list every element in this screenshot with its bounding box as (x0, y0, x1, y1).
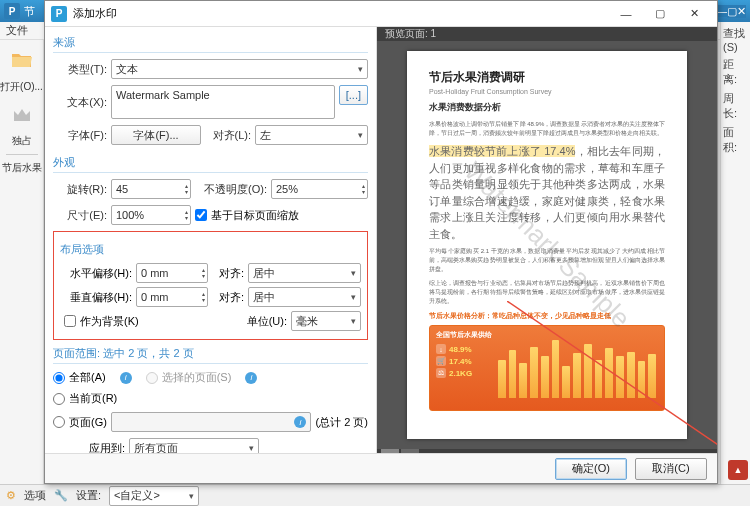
info-icon[interactable]: i (120, 372, 132, 384)
status-settings-combo[interactable]: <自定义> (109, 486, 199, 506)
type-label: 类型(T): (53, 62, 107, 77)
para-1: 水果价格波动上调带动节后销量下降 48.9%，调查数据显示消费者对水果的关注度整… (429, 120, 665, 138)
outer-close-icon[interactable]: ✕ (737, 5, 746, 18)
layout-header: 布局选项 (60, 238, 361, 259)
dialog-footer: 确定(O) 取消(C) (45, 453, 717, 483)
chart-box: 全国节后水果供给 ↓48.9% 🛒17.4% ⚖2.1KG (429, 325, 665, 411)
type-combo[interactable]: 文本 (111, 59, 368, 79)
outer-statusbar: ⚙ 选项 🔧 设置: <自定义> (0, 484, 750, 506)
dialog-titlebar: P 添加水印 — ▢ ✕ (45, 1, 717, 27)
preview-pane: 预览页面: 1 节后水果消费调研 Post-Holiday Fruit Cons… (377, 27, 717, 453)
wrench-icon[interactable]: 🔧 (54, 489, 68, 502)
para-4: 综上论，调查报告与行业动态，估算具对市场节后趋势预判机高，近双水果销售价下周也将… (429, 279, 665, 306)
hoff-label: 水平偏移(H): (60, 266, 132, 281)
source-header: 来源 (53, 31, 368, 53)
rotate-label: 旋转(R): (53, 182, 107, 197)
outer-left-toolbar: 打开(O)... 独占 节后水果 (0, 40, 44, 484)
appearance-header: 外观 (53, 151, 368, 173)
range-current-radio[interactable]: 当前页(R) (53, 391, 117, 406)
opacity-spinner[interactable]: 25% (271, 179, 368, 199)
apply-label: 应用到: (53, 441, 125, 454)
voff-label: 垂直偏移(H): (60, 290, 132, 305)
dialog-min-icon[interactable]: — (609, 4, 643, 24)
settings-pane: 来源 类型(T): 文本 文本(X): Watermark Sample [..… (45, 27, 377, 453)
range-header: 页面范围: 选中 2 页，共 2 页 (53, 342, 368, 364)
range-pages-input[interactable]: i (111, 412, 312, 432)
outer-right-panel: 查找(S) 距离: 周长: 面积: ▲ (720, 22, 750, 484)
ok-button[interactable]: 确定(O) (555, 458, 627, 480)
scale-spinner[interactable]: 100% (111, 205, 191, 225)
chart-bars (496, 330, 658, 406)
exclusive-label: 独占 (12, 134, 32, 148)
gear-icon[interactable]: ⚙ (6, 489, 16, 502)
scale-label: 尺寸(E): (53, 208, 107, 223)
hoff-align-combo[interactable]: 居中 (248, 263, 361, 283)
info-icon[interactable]: i (245, 372, 257, 384)
hoff-spinner[interactable]: 0 mm (136, 263, 208, 283)
para-2: 水果消费较节前上涨了 17.4%，相比去年同期，人们更加重视多样化食物的需求，草… (429, 143, 665, 242)
as-background-checkbox[interactable]: 作为背景(K) (64, 314, 139, 329)
crown-icon[interactable] (8, 100, 36, 128)
dialog-icon: P (51, 6, 67, 22)
font-label: 字体(F): (53, 128, 107, 143)
opacity-label: 不透明度(O): (195, 182, 267, 197)
rotate-spinner[interactable]: 45 (111, 179, 191, 199)
range-selected-radio[interactable]: 选择的页面(S) (146, 370, 232, 385)
layout-group: 布局选项 水平偏移(H): 0 mm 对齐: 居中 垂直偏移(H): 0 mm … (53, 231, 368, 340)
preview-area: 节后水果消费调研 Post-Holiday Fruit Consumption … (377, 41, 717, 449)
doc-h3: 水果消费数据分析 (429, 101, 665, 114)
cancel-button[interactable]: 取消(C) (635, 458, 707, 480)
voff-spinner[interactable]: 0 mm (136, 287, 208, 307)
status-settings-label: 设置: (76, 488, 101, 503)
right-area: 面积: (723, 125, 748, 155)
dialog-close-icon[interactable]: ✕ (677, 4, 711, 24)
doc-subtitle: Post-Holiday Fruit Consumption Survey (429, 88, 665, 95)
orange-headline: 节后水果价格分析：常吃品种总体不变，少见品种略显走低 (429, 311, 665, 321)
align-combo[interactable]: 左 (255, 125, 368, 145)
doc-title: 节后水果消费调研 (429, 69, 665, 86)
right-perimeter: 周长: (723, 91, 748, 121)
status-options[interactable]: 选项 (24, 488, 46, 503)
open-folder-icon[interactable] (8, 46, 36, 74)
doc-tab[interactable]: 节后水果 (2, 161, 42, 175)
align-label: 对齐(L): (205, 128, 251, 143)
apply-combo[interactable]: 所有页面 (129, 438, 259, 453)
font-button[interactable]: 字体(F)... (111, 125, 201, 145)
right-distance: 距离: (723, 57, 748, 87)
dialog-max-icon[interactable]: ▢ (643, 4, 677, 24)
range-total: (总计 2 页) (315, 415, 368, 430)
stat-down-icon: ↓ (436, 344, 446, 354)
preview-header: 预览页面: 1 (377, 27, 717, 41)
stat-cart-icon: 🛒 (436, 356, 446, 366)
open-label[interactable]: 打开(O)... (0, 80, 43, 94)
voff-align-label: 对齐: (212, 290, 244, 305)
pdf-badge-icon[interactable]: ▲ (728, 460, 748, 480)
dialog-title: 添加水印 (73, 6, 117, 21)
scale-relative-checkbox[interactable]: 基于目标页面缩放 (195, 208, 299, 223)
para-3: 平均每个家庭购买 2.1 千克的水果，数据取消费量平均后发现其减少了大约四成相比… (429, 247, 665, 274)
outer-max-icon[interactable]: ▢ (727, 5, 737, 18)
watermark-dialog: P 添加水印 — ▢ ✕ 来源 类型(T): 文本 文本(X): Waterma… (44, 0, 718, 484)
app-window: P 节 — ▢ ✕ 文件 打开(O)... 独占 节后水果 查找(S) 距离: … (0, 0, 750, 506)
range-pages-radio[interactable]: 页面(G) (53, 415, 107, 430)
text-input[interactable]: Watermark Sample (111, 85, 335, 119)
text-label: 文本(X): (53, 95, 107, 110)
right-find[interactable]: 查找(S) (723, 26, 748, 53)
unit-combo[interactable]: 毫米 (291, 311, 361, 331)
preview-page: 节后水果消费调研 Post-Holiday Fruit Consumption … (407, 51, 687, 439)
stat-weight-icon: ⚖ (436, 368, 446, 378)
menu-file[interactable]: 文件 (6, 23, 28, 38)
outer-title: 节 (24, 4, 35, 19)
hoff-align-label: 对齐: (212, 266, 244, 281)
app-logo-icon: P (4, 3, 20, 19)
voff-align-combo[interactable]: 居中 (248, 287, 361, 307)
chart-title: 全国节后水果供给 (436, 330, 496, 340)
range-all-radio[interactable]: 全部(A) (53, 370, 106, 385)
unit-label: 单位(U): (239, 314, 287, 329)
insert-token-button[interactable]: [...] (339, 85, 368, 105)
